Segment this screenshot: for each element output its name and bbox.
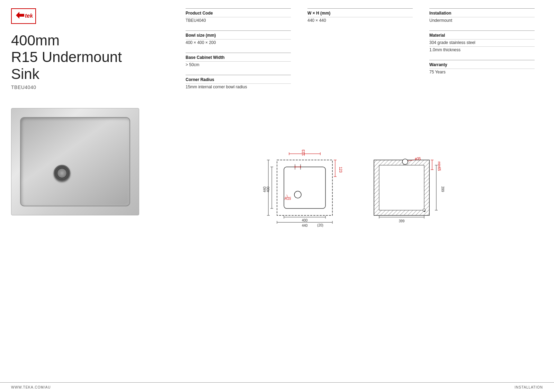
spec-header-wxh: W × H (mm) — [307, 8, 413, 16]
spec-value-installation: Undermount — [429, 17, 535, 24]
spec-header-installation: Installation — [429, 8, 535, 16]
spec-header-warranty: Warranty — [429, 60, 535, 67]
spec-header-material: Material — [429, 30, 535, 38]
spec-block-bowl-size: Bowl size (mm) 400 × 400 × 200 — [186, 30, 291, 46]
spec-value-base-cabinet: > 50cm — [186, 61, 291, 68]
svg-point-7 — [294, 191, 301, 198]
spec-col-1: Product Code TBEU4040 Bowl size (mm) 400… — [177, 8, 299, 97]
svg-rect-5 — [277, 160, 332, 215]
svg-rect-6 — [284, 167, 325, 208]
label-min65: min65 — [437, 161, 441, 171]
spec-header-product-code: Product Code — [186, 8, 291, 16]
spec-block-corner-radius: Corner Radius 15mm internal corner bowl … — [186, 75, 291, 90]
spec-header-base-cabinet: Base Cabinet Width — [186, 53, 291, 60]
spec-value-corner-radius: 15mm internal corner bowl radius — [186, 83, 291, 90]
dim-400: 400 — [302, 219, 308, 222]
spec-block-base-cabinet: Base Cabinet Width > 50cm — [186, 53, 291, 68]
specs-area: Product Code TBEU4040 Bowl size (mm) 400… — [177, 8, 543, 97]
svg-rect-31 — [379, 165, 424, 210]
footer-website: WWW.TEKA.COM/AU — [11, 385, 51, 389]
logo-area: teka — [11, 8, 177, 24]
product-title: 400mm R15 Undermount Sink — [11, 32, 177, 82]
spec-col-2: W × H (mm) 440 × 440 — [299, 8, 421, 97]
spec-value-material-1: 304 grade stainless steel — [429, 39, 535, 46]
label-123: 123 — [301, 150, 305, 156]
sink-photo — [11, 108, 139, 215]
dim-440: 440 — [302, 224, 308, 228]
spec-header-corner-radius: Corner Radius — [186, 75, 291, 82]
spec-value-material-2: 1.0mm thickness — [429, 46, 535, 53]
spec-col-3: Installation Undermount Material 304 gra… — [421, 8, 543, 97]
svg-text:teka: teka — [25, 13, 33, 19]
teka-logo-icon: teka — [15, 10, 33, 22]
spec-value-product-code: TBEU4040 — [186, 17, 291, 24]
label-o35: ø35 — [415, 157, 421, 161]
spec-block-product-code: Product Code TBEU4040 — [186, 8, 291, 24]
sink-bowl — [20, 117, 130, 206]
teka-logo: teka — [11, 8, 36, 24]
top-view-svg: 123 R15 123 — [267, 150, 343, 236]
footer: WWW.TEKA.COM/AU INSTALLATION — [0, 382, 554, 392]
footer-section: INSTALLATION — [515, 385, 543, 389]
spec-block-wxh: W × H (mm) 440 × 440 — [307, 8, 413, 24]
sink-drain — [54, 165, 70, 181]
spec-value-wxh: 440 × 440 — [307, 17, 413, 24]
spec-block-installation: Installation Undermount — [429, 8, 535, 24]
left-panel: teka 400mm R15 Undermount Sink TBEU4040 — [11, 8, 177, 97]
dim-399-right: 399 — [441, 186, 445, 192]
spec-value-warranty: 75 Years — [429, 69, 535, 75]
svg-point-32 — [402, 159, 408, 164]
svg-point-44 — [424, 211, 425, 212]
diagram-top-view: 123 R15 123 — [267, 150, 343, 233]
side-view-svg: ø35 min65 399 399 — [364, 150, 447, 236]
dim-123: 123 — [339, 167, 342, 173]
spec-block-material: Material 304 grade stainless steel 1.0mm… — [429, 30, 535, 53]
dim-20: (20) — [317, 223, 323, 227]
product-code-display: TBEU4040 — [11, 84, 177, 90]
spec-value-bowl-size: 400 × 400 × 200 — [186, 39, 291, 46]
dim-399-bottom: 399 — [399, 219, 405, 223]
drain-inner — [57, 168, 67, 178]
spec-header-bowl-size: Bowl size (mm) — [186, 30, 291, 38]
dim-440-v: 440 — [263, 186, 267, 192]
diagrams-area: 123 R15 123 — [157, 108, 543, 233]
diagram-side-view: ø35 min65 399 399 — [364, 150, 433, 233]
spec-block-warranty: Warranty 75 Years — [429, 60, 535, 75]
svg-marker-0 — [16, 12, 24, 19]
sink-image-area — [11, 108, 143, 215]
